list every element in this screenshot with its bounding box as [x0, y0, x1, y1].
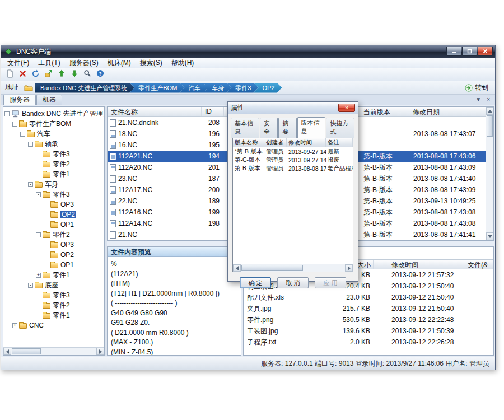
- tree-item[interactable]: OP2: [3, 250, 104, 260]
- scroll-left-button[interactable]: [233, 264, 241, 272]
- column-header-version[interactable]: 当前版本: [360, 107, 409, 116]
- scroll-thumb[interactable]: [241, 265, 303, 271]
- tree-item[interactable]: OP2: [3, 209, 104, 220]
- minimize-button[interactable]: [446, 47, 461, 56]
- tree-item[interactable]: OP1: [3, 220, 104, 230]
- tree-item[interactable]: OP3: [3, 240, 104, 250]
- scroll-right-button[interactable]: [345, 264, 353, 272]
- dialog-tab[interactable]: 版本信息: [297, 117, 326, 138]
- file-list-vertical-scrollbar[interactable]: [486, 107, 493, 240]
- menu-item[interactable]: 文件(F): [3, 57, 34, 69]
- column-header-file[interactable]: 文件(&: [456, 260, 493, 269]
- search-button[interactable]: [81, 69, 93, 81]
- version-list-header: 版本名称创建者修改时间备注: [233, 138, 353, 147]
- tree-expand-icon[interactable]: +: [12, 323, 17, 328]
- menu-item[interactable]: 搜索(S): [136, 57, 167, 69]
- view-tab[interactable]: 服务器: [3, 95, 36, 105]
- attachment-row[interactable]: 子程序.txt2.0 KB2013-09-12 22:26:28: [244, 337, 493, 348]
- apply-button[interactable]: 应 用: [315, 277, 346, 288]
- tree-item[interactable]: 零件1: [3, 169, 104, 179]
- maximize-button[interactable]: [462, 47, 477, 56]
- version-column-header[interactable]: 版本名称: [233, 138, 264, 147]
- attachment-row[interactable]: 配刀文件.xls23.0 KB2013-09-12 21:50:40: [244, 292, 493, 303]
- refresh-button[interactable]: [30, 69, 41, 81]
- menu-item[interactable]: 服务器(S): [65, 57, 103, 69]
- close-button[interactable]: [478, 47, 493, 56]
- help-button[interactable]: ?: [94, 69, 106, 81]
- tree-item[interactable]: -Bandex DNC 先进生产管理系统: [3, 109, 104, 119]
- tree-item[interactable]: 零件2: [3, 159, 104, 169]
- tree-collapse-icon[interactable]: -: [36, 232, 41, 237]
- tree-collapse-icon[interactable]: -: [28, 182, 33, 187]
- tree-item[interactable]: +CNC: [3, 320, 104, 330]
- tree-collapse-icon[interactable]: -: [36, 192, 41, 197]
- version-row[interactable]: 第-C-版本管理员2013-09-27 14:报废: [233, 156, 353, 164]
- export-button[interactable]: [43, 69, 54, 81]
- upload-button[interactable]: [55, 69, 67, 81]
- version-column-header[interactable]: 备注: [326, 138, 353, 147]
- tree-collapse-icon[interactable]: -: [28, 283, 33, 288]
- dialog-tab[interactable]: 安全: [260, 118, 278, 138]
- tree-item[interactable]: OP1: [3, 260, 104, 270]
- scroll-thumb[interactable]: [12, 348, 41, 354]
- attachment-row[interactable]: 夹具.jpg215.7 KB2013-09-12 21:50:40: [244, 303, 493, 314]
- view-tab[interactable]: 机器: [36, 95, 62, 105]
- go-button[interactable]: 转到: [462, 82, 491, 93]
- dialog-tab[interactable]: 摘要: [278, 118, 296, 138]
- tree-item[interactable]: -车身: [3, 179, 104, 189]
- scroll-right-button[interactable]: [96, 348, 104, 355]
- tree-item[interactable]: -零件2: [3, 230, 104, 240]
- tree-item[interactable]: -轴承: [3, 139, 104, 149]
- download-button[interactable]: [68, 69, 80, 81]
- tree-item[interactable]: 零件3: [3, 149, 104, 159]
- cancel-button[interactable]: 取 消: [277, 277, 309, 288]
- pane-close-icon[interactable]: ×: [487, 96, 490, 102]
- chevron-down-icon[interactable]: ▼: [475, 96, 481, 102]
- scroll-up-button[interactable]: [486, 107, 493, 115]
- breadcrumb-segment[interactable]: 零件生产BOM: [129, 83, 184, 93]
- ok-button[interactable]: 确 定: [240, 277, 271, 288]
- column-header-date[interactable]: 修改日期: [409, 107, 487, 116]
- tree-item[interactable]: OP3: [3, 199, 104, 209]
- dialog-tab[interactable]: 快捷方式: [326, 118, 354, 138]
- tree-item[interactable]: -底座: [3, 280, 104, 290]
- menu-item[interactable]: 帮助(H): [167, 57, 199, 69]
- tree-collapse-icon[interactable]: -: [4, 111, 10, 116]
- tree-item[interactable]: +零件1: [3, 270, 104, 280]
- column-header-id[interactable]: ID: [202, 107, 224, 116]
- dialog-tab[interactable]: 基本信息: [231, 118, 259, 138]
- column-header-time[interactable]: 修改时间: [374, 260, 456, 269]
- scroll-thumb[interactable]: [487, 115, 493, 137]
- tree-item[interactable]: 零件1: [3, 310, 104, 320]
- version-row[interactable]: 第-B-版本管理员2013-08-08 17:老产品程序: [233, 164, 353, 172]
- dialog-horizontal-scrollbar[interactable]: [233, 264, 353, 272]
- tree-collapse-icon[interactable]: -: [20, 132, 25, 137]
- column-header-name[interactable]: 文件名称: [108, 107, 202, 116]
- tree-item[interactable]: -汽车: [3, 129, 104, 139]
- version-column-header[interactable]: 创建者: [264, 138, 287, 147]
- version-column-header[interactable]: 修改时间: [287, 138, 326, 147]
- tree-collapse-icon[interactable]: -: [12, 122, 17, 127]
- tree-item[interactable]: -零件3: [3, 189, 104, 199]
- attachment-size: 215.7 KB: [335, 305, 374, 312]
- scroll-left-button[interactable]: [3, 348, 11, 355]
- attachment-row[interactable]: 零件.png530.5 KB2013-09-12 22:22:48: [244, 314, 493, 325]
- go-arrow-icon: [465, 84, 473, 92]
- menu-item[interactable]: 机床(M): [103, 57, 136, 69]
- tree-expand-icon[interactable]: +: [36, 273, 41, 278]
- tree-collapse-icon[interactable]: -: [28, 142, 33, 147]
- attachment-row[interactable]: 工装图.jpg139.6 KB2013-09-12 21:50:39: [244, 325, 493, 337]
- delete-button[interactable]: [17, 69, 29, 81]
- version-row[interactable]: *第-B-版本管理员2013-09-27 14:最新: [233, 147, 353, 156]
- tree-item[interactable]: -零件生产BOM: [3, 119, 104, 129]
- new-file-button[interactable]: [4, 69, 16, 81]
- title-bar[interactable]: DNC客户端: [1, 45, 495, 58]
- tree-item[interactable]: 零件3: [3, 290, 104, 300]
- dialog-title-bar[interactable]: 属性 ×: [228, 102, 358, 114]
- dialog-close-button[interactable]: ×: [338, 104, 355, 112]
- tree-horizontal-scrollbar[interactable]: [3, 347, 104, 355]
- scroll-down-button[interactable]: [486, 232, 493, 240]
- tree-item[interactable]: 零件2: [3, 300, 104, 310]
- menu-item[interactable]: 工具(T): [34, 57, 64, 69]
- breadcrumb-segment[interactable]: Bandex DNC 先进生产管理系统: [35, 83, 134, 93]
